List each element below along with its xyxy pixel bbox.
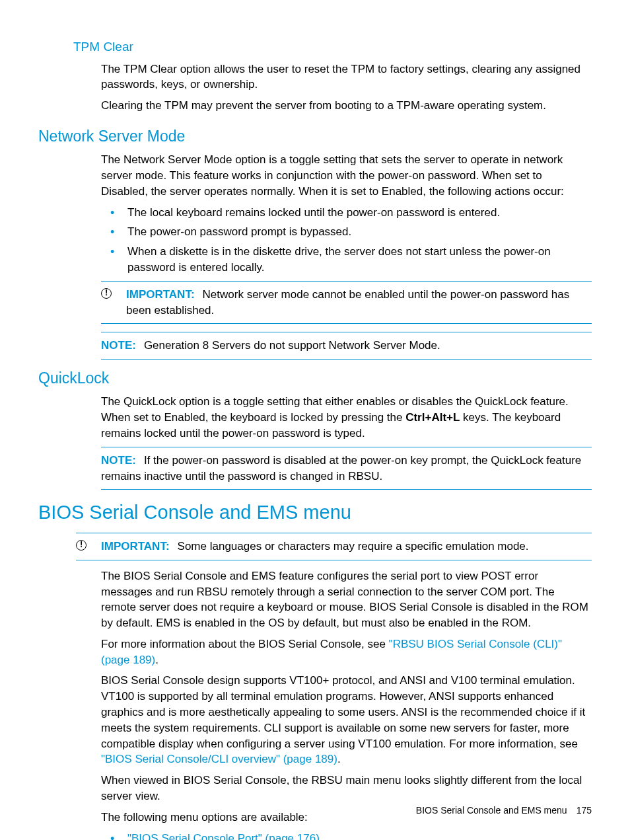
note-label: NOTE: (101, 339, 136, 352)
important-icon (76, 539, 101, 553)
list-item: The local keyboard remains locked until … (101, 205, 592, 221)
page-number: 175 (577, 805, 592, 816)
list-item: The power-on password prompt is bypassed… (101, 224, 592, 240)
body-text: The QuickLock option is a toggle setting… (101, 394, 592, 441)
admonition-important: IMPORTANT:Network server mode cannot be … (101, 281, 592, 325)
text-span: . (337, 753, 341, 765)
admonition-important: IMPORTANT:Some languages or characters m… (76, 533, 592, 560)
bullet-list: "BIOS Serial Console Port" (page 176) "B… (101, 831, 592, 840)
page-footer: BIOS Serial Console and EMS menu175 (416, 804, 592, 818)
text-span: BIOS Serial Console design supports VT10… (101, 674, 585, 749)
heading-quicklock: QuickLock (38, 367, 592, 389)
important-label: IMPORTANT: (126, 288, 195, 301)
body-text: BIOS Serial Console design supports VT10… (101, 673, 592, 767)
heading-bios-serial-console: BIOS Serial Console and EMS menu (38, 499, 592, 526)
important-icon (101, 287, 126, 301)
body-text: When viewed in BIOS Serial Console, the … (101, 773, 592, 804)
body-text: The BIOS Serial Console and EMS feature … (101, 568, 592, 631)
body-text: For more information about the BIOS Seri… (101, 636, 592, 668)
text-span: For more information about the BIOS Seri… (101, 638, 389, 650)
note-text: Generation 8 Servers do not support Netw… (144, 339, 440, 352)
list-item: "BIOS Serial Console Port" (page 176) (101, 831, 592, 840)
note-text: If the power-on password is disabled at … (101, 454, 581, 482)
heading-network-server-mode: Network Server Mode (38, 126, 592, 147)
xref-link-serial-port[interactable]: "BIOS Serial Console Port" (page 176) (127, 832, 320, 840)
note-label: NOTE: (101, 454, 136, 467)
text-span: . (155, 654, 158, 666)
xref-link-cli-overview[interactable]: "BIOS Serial Console/CLI overview" (page… (101, 753, 337, 765)
keyboard-shortcut: Ctrl+Alt+L (405, 411, 460, 424)
body-text: Clearing the TPM may prevent the server … (101, 98, 592, 114)
list-item: When a diskette is in the diskette drive… (101, 244, 592, 276)
admonition-note: NOTE:Generation 8 Servers do not support… (101, 332, 592, 360)
body-text: The Network Server Mode option is a togg… (101, 152, 592, 199)
body-text: The TPM Clear option allows the user to … (101, 61, 592, 93)
heading-tpm-clear: TPM Clear (73, 38, 592, 56)
admonition-note: NOTE:If the power-on password is disable… (101, 447, 592, 490)
important-text: Some languages or characters may require… (178, 540, 529, 553)
footer-section-title: BIOS Serial Console and EMS menu (416, 805, 567, 816)
important-label: IMPORTANT: (101, 540, 170, 553)
bullet-list: The local keyboard remains locked until … (101, 205, 592, 276)
